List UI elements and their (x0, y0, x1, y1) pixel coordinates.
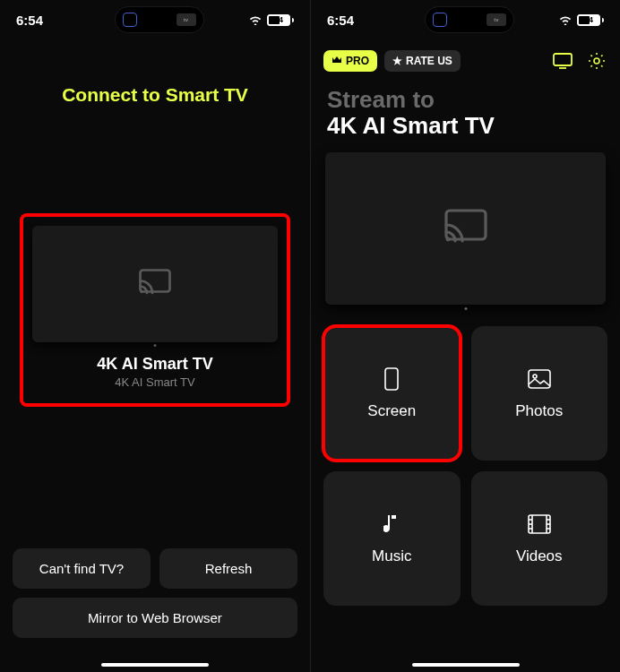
screen-tile-button[interactable]: Screen (323, 326, 461, 461)
svg-point-9 (533, 375, 537, 378)
svg-rect-7 (385, 368, 398, 390)
tile-label: Videos (516, 547, 563, 565)
wifi-icon (248, 14, 263, 25)
home-indicator[interactable] (101, 663, 209, 667)
svg-point-6 (445, 237, 450, 242)
device-name: 4K AI Smart TV (32, 355, 278, 374)
pro-badge-button[interactable]: PRO (323, 50, 377, 72)
svg-rect-2 (554, 54, 572, 65)
refresh-button[interactable]: Refresh (159, 548, 297, 589)
tv-icon-button[interactable] (552, 52, 573, 70)
pip-indicator-icon (123, 13, 137, 27)
photo-icon (527, 366, 552, 392)
status-time: 6:54 (16, 13, 70, 28)
stream-header: Stream to 4K AI Smart TV (311, 72, 620, 140)
star-icon: ★ (392, 55, 402, 67)
dynamic-island: tv (425, 6, 514, 33)
page-title: Connect to Smart TV (0, 84, 310, 106)
tile-label: Music (372, 547, 411, 565)
battery-indicator: 54 (577, 14, 604, 26)
rate-us-button[interactable]: ★ RATE US (384, 50, 461, 72)
video-icon (527, 512, 552, 537)
status-bar: 6:54 tv 54 (0, 0, 310, 39)
crown-icon (332, 55, 342, 67)
pip-indicator-icon (433, 13, 447, 27)
stream-to-label: Stream to (327, 86, 604, 114)
dynamic-island: tv (115, 6, 204, 33)
status-right: 54 (558, 14, 604, 26)
phone-screen-connect: 6:54 tv 54 Connect to Smart TV (0, 0, 310, 672)
stream-device-name: 4K AI Smart TV (327, 112, 604, 140)
phone-icon (379, 366, 404, 392)
device-subname: 4K AI Smart TV (32, 375, 278, 389)
status-time: 6:54 (327, 13, 381, 28)
cant-find-tv-button[interactable]: Can't find TV? (13, 548, 151, 589)
pro-label: PRO (346, 55, 369, 67)
tv-device-card[interactable] (32, 226, 278, 342)
status-bar: 6:54 tv 54 (311, 0, 620, 39)
battery-percent: 54 (584, 15, 593, 24)
videos-tile-button[interactable]: Videos (471, 471, 608, 606)
bottom-button-group: Can't find TV? Refresh Mirror to Web Bro… (13, 548, 297, 654)
mirror-web-browser-button[interactable]: Mirror to Web Browser (13, 598, 297, 638)
cast-icon (444, 209, 487, 248)
svg-point-4 (594, 58, 599, 64)
battery-indicator: 54 (267, 14, 294, 26)
atv-indicator-icon: tv (487, 13, 506, 26)
content-tiles-grid: Screen Photos Music Videos (311, 305, 620, 606)
photos-tile-button[interactable]: Photos (471, 326, 608, 461)
tv-preview[interactable] (325, 152, 606, 305)
svg-point-1 (140, 290, 143, 294)
status-right: 54 (248, 14, 294, 26)
music-tile-button[interactable]: Music (323, 471, 461, 606)
music-icon (379, 512, 404, 537)
tile-label: Photos (515, 402, 563, 420)
rate-label: RATE US (406, 55, 452, 67)
wifi-icon (558, 14, 573, 25)
home-indicator[interactable] (412, 663, 520, 667)
tv-card-highlight: 4K AI Smart TV 4K AI Smart TV (20, 213, 290, 407)
tv-preview-area (325, 152, 606, 305)
svg-rect-8 (529, 370, 550, 388)
battery-percent: 54 (274, 15, 283, 24)
tile-label: Screen (367, 402, 416, 420)
top-controls: PRO ★ RATE US (311, 39, 620, 72)
settings-icon-button[interactable] (586, 52, 607, 70)
cast-icon (139, 269, 171, 299)
phone-screen-stream: 6:54 tv 54 PRO ★ RA (310, 0, 620, 672)
atv-indicator-icon: tv (177, 13, 196, 26)
